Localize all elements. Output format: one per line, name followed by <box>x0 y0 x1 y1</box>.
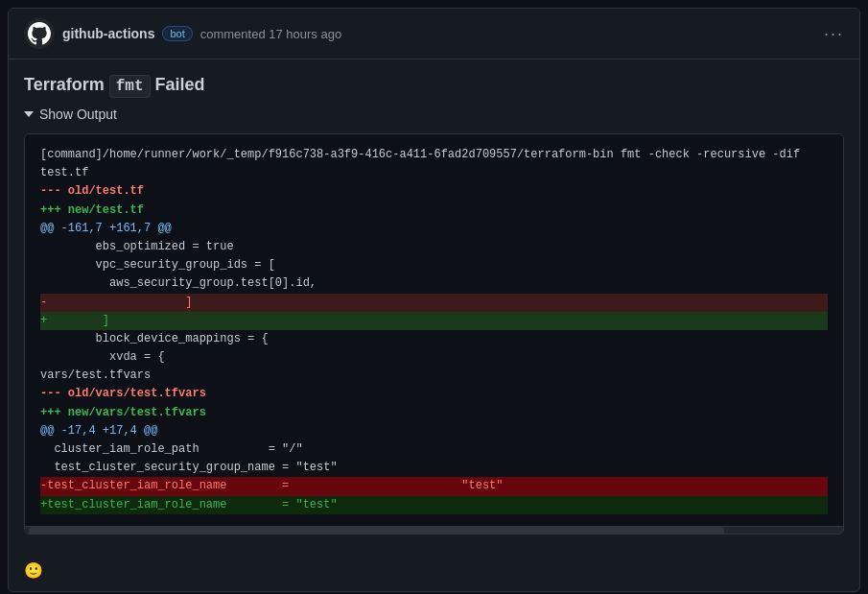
code-inner: [command]/home/runner/work/_temp/f916c73… <box>25 134 843 526</box>
scrollbar-thumb[interactable] <box>29 527 724 535</box>
code-line: vpc_security_group_ids = [ <box>40 256 828 274</box>
code-line: test.tf <box>40 164 828 182</box>
comment-body: Terraform fmt Failed Show Output [comman… <box>9 59 859 550</box>
comment-footer: 🙂 <box>9 550 859 591</box>
code-line: --- old/test.tf <box>40 182 828 201</box>
show-output-label: Show Output <box>39 107 117 122</box>
title-prefix: Terraform <box>24 75 109 94</box>
code-line: [command]/home/runner/work/_temp/f916c73… <box>40 146 828 164</box>
more-options-button[interactable]: ··· <box>824 24 844 44</box>
code-line: +++ new/vars/test.tfvars <box>40 404 828 422</box>
comment-header: github-actions bot commented 17 hours ag… <box>9 9 859 59</box>
comment-header-left: github-actions bot commented 17 hours ag… <box>24 18 341 49</box>
code-block: [command]/home/runner/work/_temp/f916c73… <box>24 133 844 535</box>
code-line: +test_cluster_iam_role_name = "test" <box>40 496 828 514</box>
comment-time: commented 17 hours ago <box>200 27 341 41</box>
comment-container: github-actions bot commented 17 hours ag… <box>8 8 860 592</box>
code-line: @@ -161,7 +161,7 @@ <box>40 220 828 238</box>
code-line: - ] <box>40 294 828 312</box>
title-suffix: Failed <box>151 75 205 94</box>
code-line: -test_cluster_iam_role_name = "test" <box>40 477 828 495</box>
code-line: ebs_optimized = true <box>40 238 828 256</box>
avatar <box>24 18 55 49</box>
code-line: aws_security_group.test[0].id, <box>40 274 828 293</box>
title-code: fmt <box>109 75 151 98</box>
code-line: --- old/vars/test.tfvars <box>40 385 828 403</box>
code-line: cluster_iam_role_path = "/" <box>40 440 828 459</box>
chevron-down-icon <box>24 111 34 117</box>
bot-badge: bot <box>162 26 192 41</box>
code-line: @@ -17,4 +17,4 @@ <box>40 422 828 440</box>
show-output-toggle[interactable]: Show Output <box>24 107 844 122</box>
emoji-reaction-button[interactable]: 🙂 <box>24 561 43 580</box>
username[interactable]: github-actions <box>62 26 154 41</box>
code-line: test_cluster_security_group_name = "test… <box>40 459 828 477</box>
comment-title: Terraform fmt Failed <box>24 75 844 95</box>
scrollbar-track[interactable] <box>25 526 843 534</box>
code-line: xvda = { <box>40 348 828 367</box>
code-line: +++ new/test.tf <box>40 202 828 220</box>
code-line: block_device_mappings = { <box>40 330 828 348</box>
code-line: + ] <box>40 312 828 330</box>
code-line: vars/test.tfvars <box>40 367 828 385</box>
